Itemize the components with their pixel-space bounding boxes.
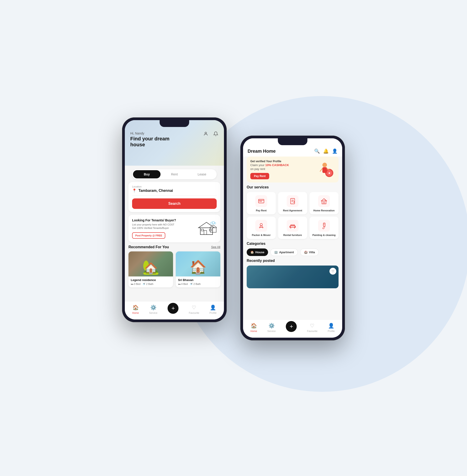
bath-icon-2: 🚿 — [190, 283, 193, 286]
rec-card-1-image — [129, 251, 173, 276]
cat-villa[interactable]: 🏰 Villa — [300, 248, 319, 256]
rec-cards: Legend residence 🛏 3 Bed 🚿 2 Bath — [129, 251, 220, 287]
rec-title: Recommended For You — [129, 245, 169, 249]
phones-container: Hi, Nandy Find your dream house Buy — [122, 117, 345, 340]
svg-rect-27 — [323, 202, 325, 204]
search-section: Location 📍 Tambaram, Chennai Search — [129, 182, 220, 212]
bell-icon[interactable] — [212, 130, 220, 137]
beds-detail-2: 🛏 4 Bed — [178, 283, 188, 286]
divider — [132, 195, 217, 196]
phone-right: Dream Home 🔍 🔔 👤 Get verified Your Profi… — [240, 136, 345, 340]
notch-left — [160, 120, 189, 127]
bed-count: 3 Bed — [134, 283, 141, 285]
promo-illustration: ★ — [317, 160, 335, 179]
phone-right-screen: Dream Home 🔍 🔔 👤 Get verified Your Profi… — [243, 138, 342, 338]
recently-card[interactable]: ♡ — [247, 266, 338, 288]
recommended-section: Recommended For You See All Legend resid… — [129, 245, 220, 287]
service-icon-2: ⚙️ — [269, 323, 275, 329]
search-button[interactable]: Search — [132, 198, 217, 209]
rec-card-2-image — [176, 251, 220, 276]
bed-icon: 🛏 — [131, 283, 133, 285]
rec-card-1[interactable]: Legend residence 🛏 3 Bed 🚿 2 Bath — [129, 251, 173, 287]
tabs-container: Buy Rent Lease — [129, 169, 220, 179]
nav-service[interactable]: ⚙️ Service — [149, 305, 157, 314]
phone2-title: Dream Home — [247, 149, 275, 154]
rec-card-1-name: Legend residence — [131, 278, 171, 282]
phone2-header-icons: 🔍 🔔 👤 — [314, 148, 338, 154]
pay-rent-button[interactable]: Pay Rent — [250, 173, 269, 179]
tabs-bar: Buy Rent Lease — [132, 169, 217, 179]
nav-home[interactable]: 🏠 Home — [132, 305, 139, 314]
svg-text:PAY: PAY — [259, 201, 262, 202]
bath-detail-2: 🚿 2 Bath — [190, 283, 201, 286]
phone1-title: Find your dream house — [130, 136, 180, 148]
svg-point-0 — [205, 132, 207, 134]
nav2-home[interactable]: 🏠 Home — [250, 323, 257, 332]
nav-favourite-label: Favourite — [189, 312, 199, 314]
svg-rect-26 — [322, 201, 326, 204]
see-all-link[interactable]: See All — [211, 245, 220, 249]
tab-buy[interactable]: Buy — [133, 170, 160, 178]
nav-profile[interactable]: 👤 Profile — [209, 305, 216, 314]
service-rent-agreement[interactable]: Rent Agreement — [278, 192, 307, 214]
tab-rent[interactable]: Rent — [160, 170, 188, 178]
svg-rect-7 — [210, 228, 216, 232]
promo-text2: on pay rent — [250, 167, 265, 171]
svg-point-14 — [322, 163, 327, 167]
nav2-profile[interactable]: 👤 Profile — [328, 323, 335, 332]
promo-main: Claim your 10% CASHBACK on pay rent — [250, 163, 317, 171]
bath-detail: 🚿 2 Bath — [142, 283, 154, 286]
cat-apartment-label: Apartment — [279, 250, 294, 254]
service-rental-furniture[interactable]: Rental furniture — [278, 217, 307, 239]
nav-favourite[interactable]: ♡ Favourite — [189, 305, 199, 314]
cat-apartment[interactable]: 🏢 Apartment — [270, 248, 298, 256]
bath-icon: 🚿 — [142, 283, 145, 286]
tenant-info: Looking For Tenants/ Buyer? List your pr… — [132, 218, 194, 239]
service-packer-mover[interactable]: Packer & Mover — [247, 217, 276, 239]
user-icon[interactable] — [202, 130, 209, 137]
svg-rect-21 — [291, 198, 295, 204]
svg-rect-32 — [291, 225, 294, 226]
nav2-profile-label: Profile — [328, 330, 335, 332]
villa-cat-icon: 🏰 — [304, 250, 308, 254]
heart-button[interactable]: ♡ — [329, 268, 336, 275]
cat-villa-label: Villa — [309, 250, 315, 254]
beds-detail: 🛏 3 Bed — [131, 283, 141, 286]
recently-section: Recently posted ♡ — [247, 259, 338, 288]
post-property-button[interactable]: Post Property @ FREE — [132, 232, 165, 239]
rent-agreement-icon-box — [287, 195, 298, 207]
tab-lease[interactable]: Lease — [188, 170, 216, 178]
services-section: Our services PAY Pay Rent — [247, 185, 338, 239]
service-painting-cleaning[interactable]: Painting & cleaning — [310, 217, 338, 239]
nav-plus-button[interactable]: + — [168, 303, 179, 314]
service-pay-rent[interactable]: PAY Pay Rent — [247, 192, 276, 214]
svg-text:★: ★ — [328, 172, 331, 175]
nav-home-label: Home — [132, 312, 139, 314]
notch-right — [278, 138, 307, 145]
nav2-service-label: Service — [267, 330, 276, 332]
svg-marker-25 — [321, 199, 327, 201]
location-value[interactable]: Tambaram, Chennai — [139, 189, 173, 193]
svg-rect-5 — [209, 229, 212, 231]
profile-icon: 👤 — [210, 305, 216, 311]
nav2-favourite[interactable]: ♡ Favourite — [307, 323, 317, 332]
rec-card-2-body: Sri Bhavan 🛏 4 Bed 🚿 2 Bath — [176, 276, 220, 287]
cat-house[interactable]: 🏠 House — [247, 248, 268, 256]
search-icon-p2[interactable]: 🔍 — [314, 148, 320, 154]
rec-card-2[interactable]: Sri Bhavan 🛏 4 Bed 🚿 2 Bath — [176, 251, 220, 287]
nav2-plus-button[interactable]: + — [286, 321, 297, 332]
home-renovation-icon-box — [318, 195, 330, 207]
promo-banner: Get verified Your Profile Claim your 10%… — [247, 157, 338, 182]
home-icon: 🏠 — [132, 305, 139, 311]
nav-service-label: Service — [149, 312, 157, 314]
bell-icon-p2[interactable]: 🔔 — [323, 148, 329, 154]
profile-icon-2: 👤 — [328, 323, 334, 329]
favourite-icon-2: ♡ — [310, 323, 314, 329]
svg-rect-37 — [323, 223, 325, 226]
painting-cleaning-icon-box — [318, 220, 330, 232]
nav2-service[interactable]: ⚙️ Service — [267, 323, 276, 332]
phone2-scroll: Get verified Your Profile Claim your 10%… — [243, 157, 342, 338]
phone1-scroll: Buy Rent Lease Location 📍 Tambaram, Chen… — [125, 166, 224, 319]
profile-icon-p2[interactable]: 👤 — [332, 148, 338, 154]
service-home-renovation[interactable]: Home Renovation — [310, 192, 338, 214]
